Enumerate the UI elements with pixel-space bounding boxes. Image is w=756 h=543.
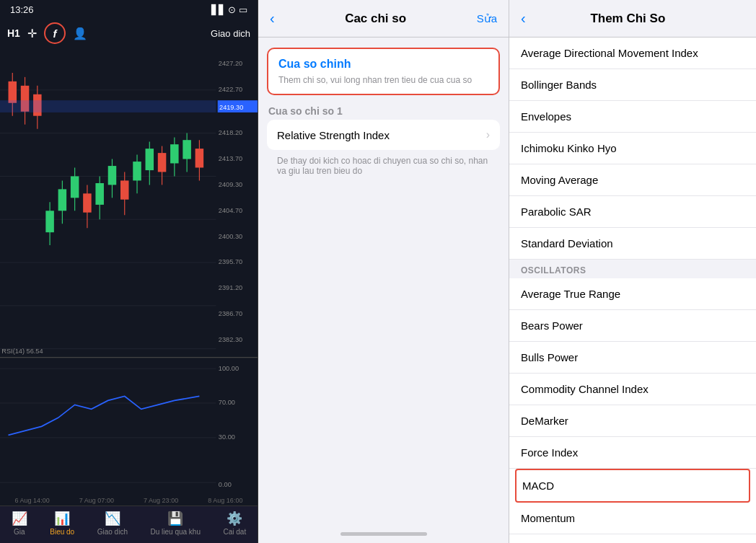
svg-text:2418.20: 2418.20: [219, 128, 242, 136]
price-chart: 2427.20 2422.70 2418.20 2413.70 2409.30 …: [0, 47, 258, 495]
list-item-macd[interactable]: MACD: [515, 469, 750, 503]
list-item-demarker[interactable]: DeMarker: [509, 405, 756, 437]
list-item-bears-power[interactable]: Bears Power: [509, 310, 756, 342]
indicator-name: Relative Strength Index: [277, 129, 390, 141]
giao-dich-icon: 📉: [105, 511, 120, 526]
svg-text:2382.30: 2382.30: [219, 335, 242, 343]
svg-text:100.00: 100.00: [219, 363, 239, 371]
nav-cai-dat[interactable]: ⚙️ Cai dat: [223, 511, 246, 536]
trade-button[interactable]: Giao dich: [211, 28, 250, 39]
gia-icon: 📈: [12, 511, 27, 526]
svg-rect-20: [9, 81, 17, 103]
chart-toolbar: H1 ✛ f 👤 Giao dich: [0, 19, 258, 47]
list-item-average-true-range[interactable]: Average True Range: [509, 278, 756, 310]
svg-text:2404.70: 2404.70: [219, 206, 242, 213]
home-indicator: [340, 532, 427, 536]
crosshair-icon[interactable]: ✛: [27, 27, 37, 40]
du-lieu-label: Du lieu qua khu: [150, 528, 201, 536]
svg-text:2419.30: 2419.30: [219, 103, 243, 111]
status-bar: 13:26 ▋▋ ⊙ ▭: [0, 0, 258, 19]
window-section-label: Cua so chi so 1: [258, 95, 509, 120]
bieu-do-icon: 📊: [54, 511, 70, 526]
chart-area: 2427.20 2422.70 2418.20 2413.70 2409.30 …: [0, 47, 258, 495]
svg-rect-31: [58, 189, 67, 211]
svg-rect-25: [0, 100, 216, 112]
list-item[interactable]: Moving Average: [509, 164, 756, 196]
date-bar: 6 Aug 14:00 7 Aug 07:00 7 Aug 23:00 8 Au…: [0, 495, 258, 506]
svg-text:2413.70: 2413.70: [219, 154, 242, 162]
main-window-card: Cua so chinh Them chi so, vui long nhan …: [267, 48, 500, 95]
f-icon-button[interactable]: f: [44, 22, 66, 44]
nav-giao-dich[interactable]: 📉 Giao dich: [97, 511, 128, 536]
nav-du-lieu[interactable]: 💾 Du lieu qua khu: [150, 511, 201, 536]
nav-gia[interactable]: 📈 Gia: [12, 511, 27, 536]
list-item[interactable]: Average Directional Movement Index: [509, 37, 756, 69]
right-panel: ‹ Them Chi So Average Directional Moveme…: [509, 0, 756, 543]
svg-rect-41: [120, 180, 129, 199]
list-item[interactable]: Standard Deviation: [509, 228, 756, 260]
svg-rect-53: [195, 149, 204, 167]
svg-rect-43: [133, 162, 141, 180]
svg-text:0.00: 0.00: [219, 480, 232, 488]
svg-text:2386.70: 2386.70: [219, 309, 242, 317]
svg-text:2409.30: 2409.30: [219, 180, 242, 188]
timeframe-label[interactable]: H1: [7, 27, 20, 39]
svg-rect-33: [71, 176, 79, 198]
indicator-row[interactable]: Relative Strength Index ›: [267, 120, 500, 150]
middle-panel-header: ‹ Cac chi so Sửa: [258, 0, 509, 37]
list-item[interactable]: Parabolic SAR: [509, 196, 756, 228]
home-indicator-area: [258, 525, 509, 543]
indicators-list: Average Directional Movement Index Bolli…: [509, 37, 756, 543]
svg-rect-51: [183, 140, 191, 159]
person-icon[interactable]: 👤: [73, 27, 87, 40]
list-item-commodity-channel-index[interactable]: Commodity Channel Index: [509, 374, 756, 405]
right-panel-title: Them Chi So: [590, 12, 665, 26]
middle-panel-title: Cac chi so: [345, 12, 406, 26]
date-4: 8 Aug 16:00: [208, 497, 242, 504]
list-item[interactable]: Ichimoku Kinko Hyo: [509, 133, 756, 164]
main-window-subtitle: Them chi so, vui long nhan tren tieu de …: [268, 74, 498, 94]
giao-dich-label: Giao dich: [97, 528, 128, 536]
indicator-chevron: ›: [486, 128, 490, 141]
svg-text:RSI(14) 56.54: RSI(14) 56.54: [1, 346, 43, 354]
svg-text:2427.20: 2427.20: [219, 59, 242, 67]
bieu-do-label: Bieu do: [50, 528, 74, 536]
f-letter: f: [53, 27, 56, 40]
time-label: 13:26: [10, 4, 34, 15]
list-item[interactable]: Bollinger Bands: [509, 69, 756, 101]
bottom-nav: 📈 Gia 📊 Bieu do 📉 Giao dich 💾 Du lieu qu…: [0, 506, 258, 543]
svg-rect-39: [108, 166, 117, 185]
cai-dat-icon: ⚙️: [227, 511, 242, 526]
du-lieu-icon: 💾: [167, 511, 183, 526]
svg-text:2400.30: 2400.30: [219, 231, 242, 239]
main-window-title: Cua so chinh: [268, 49, 498, 74]
svg-rect-49: [170, 144, 179, 163]
svg-rect-47: [158, 153, 167, 172]
nav-bieu-do[interactable]: 📊 Bieu do: [50, 511, 74, 536]
cai-dat-label: Cai dat: [223, 528, 246, 536]
date-2: 7 Aug 07:00: [79, 497, 114, 504]
svg-rect-35: [83, 193, 92, 212]
svg-text:2395.70: 2395.70: [219, 257, 242, 265]
middle-back-button[interactable]: ‹: [270, 10, 275, 27]
svg-rect-45: [146, 149, 154, 170]
right-panel-header: ‹ Them Chi So: [509, 0, 756, 37]
svg-text:2422.70: 2422.70: [219, 85, 242, 93]
oscillators-section-label: OSCILLATORS: [509, 260, 756, 278]
list-item-momentum[interactable]: Momentum: [509, 503, 756, 534]
svg-text:70.00: 70.00: [219, 398, 235, 406]
date-3: 7 Aug 23:00: [144, 497, 178, 504]
svg-text:30.00: 30.00: [219, 433, 235, 441]
date-1: 6 Aug 14:00: [15, 497, 50, 504]
gia-label: Gia: [14, 528, 25, 536]
svg-rect-29: [45, 211, 54, 232]
list-item[interactable]: Envelopes: [509, 101, 756, 133]
list-item-force-index[interactable]: Force Index: [509, 437, 756, 469]
indicator-hint: De thay doi kich co hoac di chuyen cua s…: [267, 150, 500, 186]
list-item-moving-average-oscillator[interactable]: Moving Average of Oscillator: [509, 534, 756, 543]
list-item-bulls-power[interactable]: Bulls Power: [509, 342, 756, 374]
edit-button[interactable]: Sửa: [477, 12, 497, 25]
svg-text:2391.20: 2391.20: [219, 283, 242, 291]
right-back-button[interactable]: ‹: [521, 10, 526, 27]
chart-panel: 13:26 ▋▋ ⊙ ▭ H1 ✛ f 👤 Giao dich 2427.20 …: [0, 0, 258, 543]
